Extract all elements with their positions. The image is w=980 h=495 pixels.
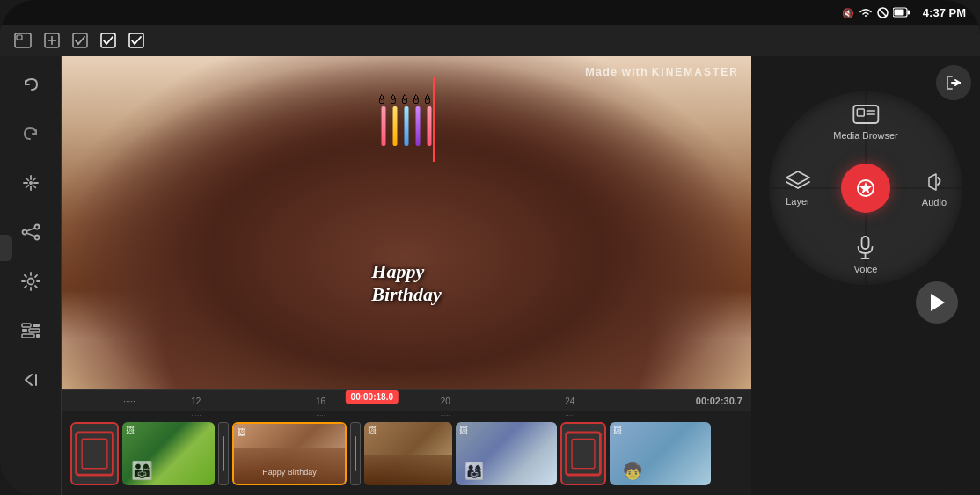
svg-line-27 xyxy=(26,233,35,237)
family-people: 👨‍👩‍👧 xyxy=(464,462,484,481)
battery-icon xyxy=(893,7,911,18)
svg-point-23 xyxy=(34,225,39,229)
ruler-mark-12: 12 xyxy=(191,397,201,406)
settings-button[interactable] xyxy=(11,262,50,301)
candle-blue xyxy=(405,106,409,146)
timeline-section: ····· 12 ····· 16 ····· 20 ····· 24 ····… xyxy=(62,389,751,495)
child-people: 🧒 xyxy=(623,462,642,481)
svg-marker-51 xyxy=(931,294,945,311)
layer-icon xyxy=(785,170,811,193)
audio-label: Audio xyxy=(922,197,947,207)
birthday-thumb-text: Happy Birthday xyxy=(262,468,317,477)
voice-button[interactable]: Voice xyxy=(854,236,878,274)
svg-line-2 xyxy=(879,9,887,17)
status-time: 4:37 PM xyxy=(923,6,966,19)
shutter-button[interactable] xyxy=(841,164,890,213)
svg-line-21 xyxy=(33,178,35,181)
cake-thumb-area xyxy=(234,448,345,484)
radial-menu: Media Browser Layer xyxy=(769,91,962,285)
check3-toolbar-icon[interactable] xyxy=(128,33,144,48)
birthday-clip-1[interactable]: 🖼 Happy Birthday xyxy=(232,422,347,485)
candle-purple xyxy=(416,106,421,146)
current-time-cursor: 00:00:18.0 xyxy=(346,390,399,404)
separator-1 xyxy=(218,422,229,485)
undo-button[interactable] xyxy=(11,65,50,104)
svg-rect-34 xyxy=(36,334,40,338)
play-icon xyxy=(928,293,946,312)
rewind-button[interactable] xyxy=(11,360,50,399)
tracks-button[interactable] xyxy=(11,311,50,350)
media-browser-label: Media Browser xyxy=(833,130,897,141)
shutter-icon xyxy=(852,175,879,201)
candle-pink2 xyxy=(428,106,432,146)
svg-point-24 xyxy=(22,230,26,235)
svg-rect-31 xyxy=(22,329,27,332)
birthday-photo-icon-1: 🖼 xyxy=(238,427,246,437)
check2-toolbar-icon[interactable] xyxy=(100,33,116,48)
effects-button[interactable] xyxy=(11,164,50,202)
device-frame: 🔇 4:37 PM xyxy=(0,0,980,495)
layer-label: Layer xyxy=(786,196,810,207)
timeline-tracks: 🖼 👨‍👩‍👧 🖼 Happy Birthday xyxy=(62,411,751,495)
video-section: HappyBirthday Made with KINEMASTER ·····… xyxy=(62,56,751,495)
svg-rect-32 xyxy=(29,329,40,332)
right-panel: Media Browser Layer xyxy=(751,56,980,495)
park-people: 👨‍👩‍👧 xyxy=(131,460,153,481)
happy-birthday-text: HappyBirthday xyxy=(371,260,441,306)
redo-button[interactable] xyxy=(11,114,50,153)
media-browser-icon xyxy=(852,102,880,127)
layer-button[interactable]: Layer xyxy=(785,170,811,207)
play-button[interactable] xyxy=(916,281,958,324)
cake-candles xyxy=(382,106,432,146)
svg-line-26 xyxy=(26,228,35,231)
child-clip[interactable]: 🖼 🧒 xyxy=(610,422,711,485)
clip-frame-end[interactable] xyxy=(560,422,606,485)
birthday-photo-icon-2: 🖼 xyxy=(368,426,377,435)
svg-line-19 xyxy=(26,178,28,181)
audio-button[interactable]: Audio xyxy=(922,169,947,207)
media-browser-button[interactable]: Media Browser xyxy=(833,102,897,141)
wifi-icon xyxy=(859,7,873,18)
svg-line-22 xyxy=(26,186,28,188)
video-preview: HappyBirthday Made with KINEMASTER xyxy=(62,56,751,389)
voice-label: Voice xyxy=(854,264,878,274)
mute-icon: 🔇 xyxy=(842,6,854,18)
svg-point-28 xyxy=(27,279,33,285)
left-sidebar xyxy=(0,56,62,495)
family-photo-icon: 🖼 xyxy=(459,426,468,435)
child-photo-icon: 🖼 xyxy=(613,426,622,435)
share-button[interactable] xyxy=(11,213,50,251)
top-toolbar xyxy=(0,25,980,56)
voice-icon xyxy=(855,236,876,260)
park-clip[interactable]: 🖼 👨‍👩‍👧 xyxy=(122,422,215,485)
status-icons: 🔇 xyxy=(842,6,911,18)
main-area: HappyBirthday Made with KINEMASTER ·····… xyxy=(0,56,980,495)
cake-thumb2 xyxy=(364,455,452,485)
svg-rect-44 xyxy=(857,109,864,116)
family-clip[interactable]: 🖼 👨‍👩‍👧 xyxy=(456,422,557,485)
total-time: 00:02:30.7 xyxy=(696,396,742,406)
svg-rect-37 xyxy=(82,439,107,468)
clip-frame-start[interactable] xyxy=(70,422,119,485)
timeline-ruler: ····· 12 ····· 16 ····· 20 ····· 24 ····… xyxy=(62,390,751,411)
image-toolbar-icon[interactable] xyxy=(14,33,32,48)
park-photo-icon: 🖼 xyxy=(126,426,135,435)
check1-toolbar-icon[interactable] xyxy=(72,33,88,48)
svg-text:🔇: 🔇 xyxy=(842,7,854,18)
separator-2 xyxy=(350,422,361,485)
ruler-mark-20: 20 xyxy=(441,397,450,406)
svg-point-14 xyxy=(29,181,33,185)
candle-pink xyxy=(382,106,386,146)
svg-rect-39 xyxy=(572,439,595,468)
svg-rect-4 xyxy=(907,11,910,15)
svg-rect-30 xyxy=(33,324,40,327)
svg-rect-33 xyxy=(22,334,34,338)
no-signal-icon xyxy=(877,7,889,18)
birthday-clip-2[interactable]: 🖼 xyxy=(364,422,452,485)
svg-rect-7 xyxy=(17,35,22,40)
ruler-mark-24: 24 xyxy=(565,397,574,406)
ruler-mark-16: 16 xyxy=(316,397,325,406)
time-cursor-line xyxy=(433,77,435,162)
trim-toolbar-icon[interactable] xyxy=(44,33,60,48)
svg-rect-29 xyxy=(22,324,31,327)
